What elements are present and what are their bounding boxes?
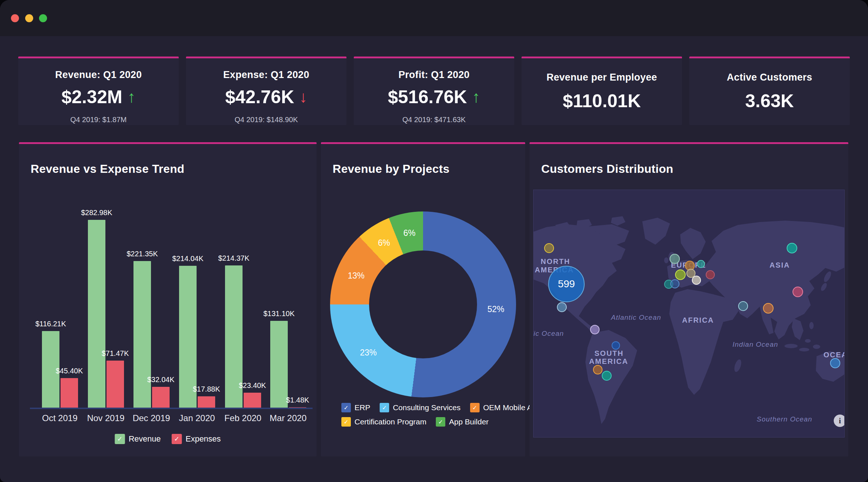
customer-bubble-middle-east[interactable] (738, 301, 748, 311)
customer-bubble-mexico[interactable] (557, 302, 567, 312)
checkbox-icon: ✓ (380, 403, 389, 412)
bar-expenses-1[interactable] (106, 361, 124, 408)
bar-expenses-2[interactable] (152, 387, 170, 408)
continent-label: AMERICA (589, 357, 628, 366)
info-icon[interactable]: i (834, 415, 845, 427)
dashboard-window: Revenue: Q1 2020 $2.32M ↑ Q4 2019: $1.87… (0, 0, 868, 482)
x-axis-label: Feb 2020 (224, 413, 261, 423)
legend-item-erp[interactable]: ✓ ERP (341, 403, 370, 412)
bar-value-label: $23.40K (239, 381, 266, 390)
x-axis-label: Jan 2020 (179, 413, 215, 423)
checkbox-icon: ✓ (341, 417, 351, 427)
panel-revenue-vs-expense: Revenue vs Expense Trend $116.21K$45.40K… (19, 142, 317, 456)
window-titlebar (0, 0, 868, 36)
bar-value-label: $214.37K (218, 254, 249, 263)
trend-down-icon: ↓ (299, 89, 307, 105)
bar-chart[interactable]: $116.21K$45.40K$282.98K$71.47K$221.35K$3… (19, 144, 317, 408)
panel-revenue-by-projects: Revenue by Projects ✓ ERP ✓ Consulting S… (321, 142, 525, 456)
customer-bubble-france[interactable] (675, 269, 686, 280)
trend-up-icon: ↑ (127, 89, 135, 105)
kpi-value: $42.76K (225, 86, 294, 108)
continent-label: SOUTH (594, 349, 624, 358)
bar-revenue-2[interactable] (133, 261, 151, 408)
close-icon[interactable] (11, 14, 19, 22)
x-axis-label: Nov 2019 (87, 413, 125, 423)
kpi-card-expense[interactable]: Expense: Q1 2020 $42.76K ↓ Q4 2019: $148… (186, 57, 346, 125)
kpi-card-active-customers[interactable]: Active Customers 3.63K (689, 57, 850, 125)
legend-item-app-builder[interactable]: ✓ App Builder (436, 417, 489, 427)
kpi-subtitle: Q4 2019: $471.63K (402, 116, 465, 124)
kpi-value: $110.01K (563, 90, 641, 112)
bar-value-label: $116.21K (35, 320, 66, 328)
customer-bubble-australia[interactable] (830, 358, 840, 368)
bar-value-label: $45.40K (56, 367, 83, 375)
legend-label: Expenses (186, 434, 221, 444)
legend-item-expenses[interactable]: ✓ Expenses (172, 434, 221, 444)
kpi-title: Revenue per Employee (546, 72, 657, 83)
kpi-title: Expense: Q1 2020 (223, 69, 309, 81)
kpi-value: $2.32M (62, 86, 123, 108)
customer-bubble-canada[interactable] (544, 243, 554, 253)
bar-expenses-0[interactable] (61, 378, 78, 408)
panel-customers-distribution: Customers Distribution (530, 142, 848, 456)
kpi-card-profit[interactable]: Profit: Q1 2020 $516.76K ↑ Q4 2019: $471… (354, 57, 514, 125)
bar-revenue-5[interactable] (270, 321, 288, 408)
world-map-landmasses (534, 190, 845, 438)
world-map[interactable]: NORTHAMERICAEUROPEASIAAFRICASOUTHAMERICA… (533, 190, 845, 438)
donut-percent-label: 23% (360, 348, 377, 358)
ocean-label: Atlantic Ocean (611, 314, 661, 322)
legend-label: Consulting Services (393, 403, 461, 412)
ocean-label: Indian Ocean (732, 341, 778, 349)
customer-bubble-argentina[interactable] (602, 371, 612, 381)
kpi-card-revenue[interactable]: Revenue: Q1 2020 $2.32M ↑ Q4 2019: $1.87… (18, 57, 179, 125)
customer-bubble-india[interactable] (763, 303, 774, 314)
panel-title: Revenue by Projects (333, 162, 450, 176)
checkbox-icon: ✓ (341, 403, 351, 412)
bar-value-label: $71.47K (102, 349, 129, 358)
donut-percent-label: 13% (348, 271, 364, 280)
ocean-label: Southern Ocean (757, 415, 812, 423)
donut-percent-label: 6% (378, 238, 390, 248)
bar-revenue-1[interactable] (88, 220, 105, 408)
bar-value-label: $1.48K (286, 396, 309, 404)
checkbox-icon: ✓ (172, 434, 182, 444)
kpi-row: Revenue: Q1 2020 $2.32M ↑ Q4 2019: $1.87… (18, 57, 850, 125)
kpi-title: Revenue: Q1 2020 (55, 69, 142, 81)
customer-bubble-uk[interactable] (670, 254, 680, 264)
legend-item-revenue[interactable]: ✓ Revenue (115, 434, 161, 444)
kpi-title: Profit: Q1 2020 (398, 69, 469, 81)
customer-bubble-usa[interactable]: 599 (548, 266, 585, 302)
customer-bubble-brazil[interactable] (612, 341, 620, 350)
legend-label: ERP (354, 403, 370, 412)
bar-expenses-4[interactable] (244, 393, 261, 408)
customer-bubble-argentina-nw[interactable] (593, 365, 602, 374)
kpi-value: $516.76K (388, 86, 467, 108)
kpi-subtitle: Q4 2019: $1.87M (70, 116, 127, 124)
x-axis-labels: Oct 2019Nov 2019Dec 2019Jan 2020Feb 2020… (19, 413, 317, 424)
legend-item-certification-program[interactable]: ✓ Certification Program (341, 417, 426, 427)
customer-bubble-black-sea[interactable] (706, 270, 715, 279)
bar-value-label: $282.98K (81, 209, 112, 217)
bar-expenses-3[interactable] (198, 396, 215, 408)
donut-legend: ✓ ERP ✓ Consulting Services ✓ OEM Mobile… (341, 403, 545, 431)
x-axis-label: Dec 2019 (133, 413, 170, 423)
checkbox-icon: ✓ (115, 434, 125, 444)
kpi-card-revenue-per-employee[interactable]: Revenue per Employee $110.01K (522, 57, 682, 125)
legend-item-consulting-services[interactable]: ✓ Consulting Services (380, 403, 461, 412)
customer-bubble-baltic[interactable] (697, 260, 705, 268)
legend-label: App Builder (449, 417, 489, 426)
maximize-icon[interactable] (39, 14, 47, 22)
customer-bubble-spain-e[interactable] (670, 279, 679, 288)
customer-bubble-china[interactable] (793, 287, 803, 297)
trend-up-icon: ↑ (472, 89, 480, 105)
x-axis-line (30, 408, 313, 409)
minimize-icon[interactable] (25, 14, 33, 22)
customer-bubble-balkans[interactable] (692, 276, 701, 285)
customer-bubble-colombia[interactable] (590, 325, 600, 334)
donut-percent-label: 6% (403, 228, 415, 238)
bar-value-label: $214.04K (172, 254, 204, 263)
donut-percent-label: 52% (488, 304, 504, 314)
continent-label: NORTH (540, 257, 570, 266)
customer-bubble-russia[interactable] (787, 243, 797, 253)
continent-label: AFRICA (682, 316, 714, 324)
